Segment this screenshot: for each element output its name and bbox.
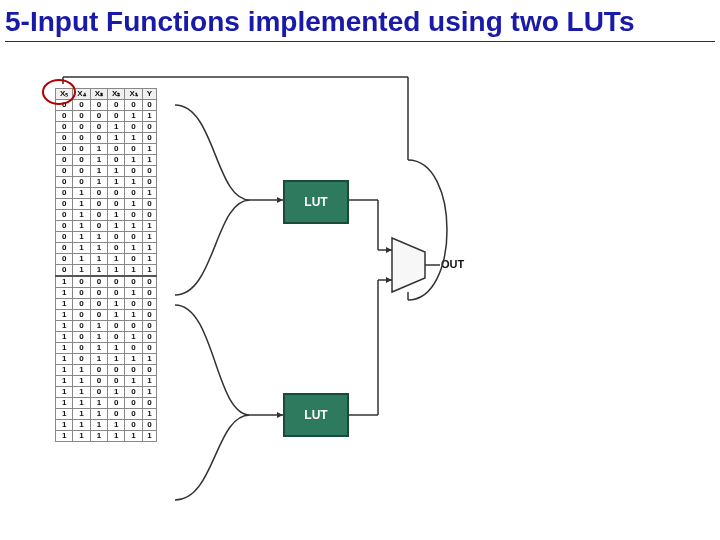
truth-table-cell: 0: [125, 166, 142, 177]
truth-table-cell: 1: [108, 310, 125, 321]
truth-table-cell: 0: [108, 243, 125, 254]
truth-table-cell: 1: [108, 420, 125, 431]
truth-table-header-cell: Y: [142, 89, 156, 100]
truth-table-cell: 0: [142, 177, 156, 188]
truth-table-cell: 0: [90, 288, 107, 299]
truth-table-cell: 1: [108, 431, 125, 442]
truth-table-cell: 1: [108, 166, 125, 177]
truth-table-cell: 0: [90, 221, 107, 232]
truth-table-cell: 0: [125, 343, 142, 354]
truth-table-cell: 0: [142, 210, 156, 221]
truth-table-row: 001011: [56, 155, 157, 166]
truth-table-row: 111000: [56, 398, 157, 409]
truth-table-cell: 0: [90, 111, 107, 122]
truth-table-cell: 1: [90, 343, 107, 354]
truth-table-row: 110101: [56, 387, 157, 398]
page-title: 5-Input Functions implemented using two …: [5, 5, 715, 42]
truth-table-row: 001110: [56, 177, 157, 188]
truth-table-cell: 0: [90, 122, 107, 133]
svg-marker-8: [392, 238, 425, 292]
truth-table-cell: 0: [125, 188, 142, 199]
truth-table-cell: 1: [125, 376, 142, 387]
truth-table-row: 001100: [56, 166, 157, 177]
truth-table-cell: 1: [125, 265, 142, 277]
truth-table-cell: 0: [108, 232, 125, 243]
truth-table-cell: 0: [108, 365, 125, 376]
truth-table-cell: 0: [56, 133, 73, 144]
truth-table-cell: 0: [56, 111, 73, 122]
truth-table-cell: 0: [90, 310, 107, 321]
truth-table-cell: 0: [125, 210, 142, 221]
truth-table-cell: 1: [73, 376, 90, 387]
truth-table-cell: 1: [142, 376, 156, 387]
truth-table-row: 100000: [56, 276, 157, 288]
truth-table-cell: 0: [142, 321, 156, 332]
truth-table-row: 011001: [56, 232, 157, 243]
truth-table-header-cell: X₂: [108, 89, 125, 100]
truth-table-header-cell: X₃: [90, 89, 107, 100]
truth-table-cell: 1: [56, 409, 73, 420]
truth-table-cell: 1: [125, 199, 142, 210]
truth-table-cell: 0: [142, 288, 156, 299]
truth-table-cell: 0: [56, 166, 73, 177]
truth-table-row: 011111: [56, 265, 157, 277]
truth-table-cell: 1: [73, 387, 90, 398]
truth-table-cell: 0: [56, 254, 73, 265]
truth-table-cell: 1: [108, 210, 125, 221]
truth-table-cell: 0: [56, 155, 73, 166]
truth-table-cell: 0: [142, 365, 156, 376]
truth-table-cell: 0: [125, 398, 142, 409]
truth-table-cell: 1: [90, 166, 107, 177]
truth-table-cell: 0: [142, 420, 156, 431]
truth-table-cell: 0: [108, 155, 125, 166]
truth-table-cell: 0: [125, 122, 142, 133]
truth-table-cell: 1: [56, 321, 73, 332]
truth-table-row: 111100: [56, 420, 157, 431]
truth-table-cell: 0: [108, 188, 125, 199]
truth-table-row: 010001: [56, 188, 157, 199]
truth-table-cell: 0: [142, 310, 156, 321]
truth-table-cell: 1: [73, 398, 90, 409]
highlight-circle: [42, 79, 76, 105]
truth-table-cell: 0: [56, 144, 73, 155]
truth-table: X₅X₄X₃X₂X₁Y 0000000000110001000001100010…: [55, 88, 157, 442]
truth-table-row: 000011: [56, 111, 157, 122]
truth-table-cell: 1: [125, 155, 142, 166]
truth-table-cell: 1: [73, 221, 90, 232]
truth-table-cell: 1: [73, 210, 90, 221]
truth-table-cell: 0: [73, 276, 90, 288]
truth-table-cell: 1: [90, 144, 107, 155]
truth-table-cell: 0: [56, 232, 73, 243]
truth-table-row: 101010: [56, 332, 157, 343]
truth-table-cell: 1: [73, 243, 90, 254]
truth-table-cell: 1: [90, 155, 107, 166]
truth-table-cell: 0: [125, 365, 142, 376]
truth-table-cell: 1: [108, 343, 125, 354]
truth-table-row: 111111: [56, 431, 157, 442]
truth-table-cell: 0: [108, 199, 125, 210]
truth-table-cell: 0: [142, 299, 156, 310]
truth-table-cell: 1: [125, 111, 142, 122]
truth-table-cell: 1: [142, 409, 156, 420]
truth-table-cell: 0: [125, 232, 142, 243]
truth-table-cell: 1: [142, 243, 156, 254]
truth-table-cell: 1: [125, 354, 142, 365]
truth-table-cell: 0: [73, 155, 90, 166]
truth-table-cell: 0: [73, 122, 90, 133]
truth-table-cell: 0: [73, 144, 90, 155]
truth-table-cell: 1: [90, 409, 107, 420]
truth-table-cell: 0: [108, 409, 125, 420]
truth-table-cell: 0: [73, 133, 90, 144]
truth-table-row: 001001: [56, 144, 157, 155]
truth-table-cell: 1: [142, 431, 156, 442]
truth-table-cell: 1: [90, 332, 107, 343]
truth-table-cell: 1: [90, 232, 107, 243]
truth-table-cell: 0: [56, 188, 73, 199]
truth-table-row: 110011: [56, 376, 157, 387]
truth-table-row: 010111: [56, 221, 157, 232]
truth-table-cell: 0: [90, 376, 107, 387]
truth-table-cell: 1: [56, 431, 73, 442]
truth-table-cell: 1: [108, 133, 125, 144]
truth-table-cell: 1: [142, 111, 156, 122]
truth-table-cell: 0: [56, 210, 73, 221]
